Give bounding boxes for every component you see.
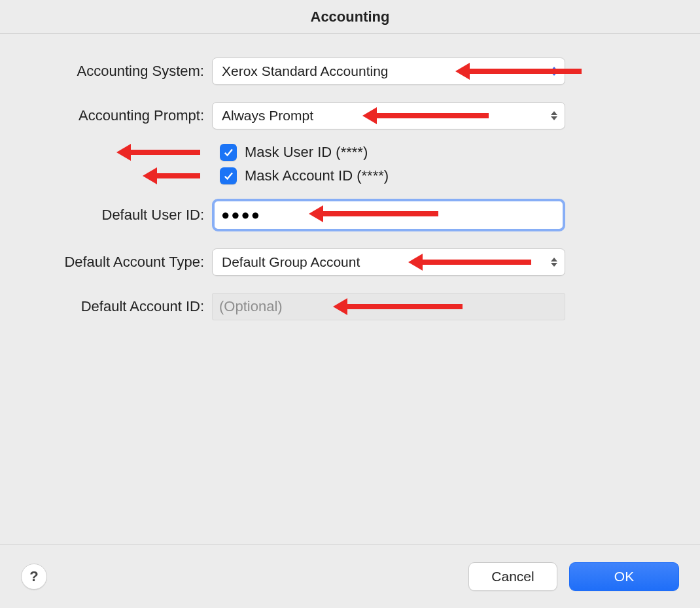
select-accounting-system[interactable]: Xerox Standard Accounting — [212, 58, 565, 85]
label-default-account-type: Default Account Type: — [21, 254, 212, 271]
row-mask-user-id: Mask User ID (****) — [220, 144, 679, 161]
row-mask-account-id: Mask Account ID (****) — [220, 167, 679, 184]
dialog-footer: ? Cancel OK — [0, 544, 700, 608]
row-default-user-id: Default User ID: — [21, 199, 679, 231]
annotation-arrow — [128, 150, 200, 155]
ok-button-label: OK — [614, 569, 634, 584]
select-accounting-prompt[interactable]: Always Prompt — [212, 102, 565, 129]
label-default-user-id: Default User ID: — [21, 207, 212, 224]
dialog-content: Accounting System: Xerox Standard Accoun… — [0, 34, 700, 320]
cancel-button[interactable]: Cancel — [468, 562, 557, 591]
row-accounting-prompt: Accounting Prompt: Always Prompt — [21, 102, 679, 129]
row-default-account-id: Default Account ID: (Optional) — [21, 293, 679, 320]
help-button[interactable]: ? — [21, 564, 47, 590]
dialog-title: Accounting — [0, 0, 700, 34]
input-default-account-id-placeholder: (Optional) — [219, 298, 283, 315]
checkbox-mask-account-id[interactable] — [220, 167, 237, 184]
label-accounting-prompt: Accounting Prompt: — [21, 107, 212, 124]
input-default-account-id[interactable]: (Optional) — [212, 293, 565, 320]
select-accounting-prompt-value: Always Prompt — [222, 108, 313, 124]
row-default-account-type: Default Account Type: Default Group Acco… — [21, 248, 679, 276]
select-default-account-type-value: Default Group Account — [222, 254, 360, 270]
checkbox-mask-user-id[interactable] — [220, 144, 237, 161]
label-mask-user-id: Mask User ID (****) — [245, 144, 368, 161]
label-accounting-system: Accounting System: — [21, 63, 212, 80]
select-accounting-system-value: Xerox Standard Accounting — [222, 63, 389, 79]
cancel-button-label: Cancel — [491, 569, 534, 584]
annotation-arrow — [154, 173, 200, 178]
dialog-title-text: Accounting — [311, 8, 390, 25]
label-mask-account-id: Mask Account ID (****) — [245, 167, 389, 184]
check-icon — [222, 146, 234, 158]
input-default-user-id-focusring — [212, 199, 565, 231]
chevron-up-down-icon — [549, 64, 559, 78]
chevron-up-down-icon — [549, 109, 559, 123]
input-default-user-id[interactable] — [217, 204, 560, 226]
row-accounting-system: Accounting System: Xerox Standard Accoun… — [21, 58, 679, 85]
select-default-account-type[interactable]: Default Group Account — [212, 248, 565, 276]
chevron-up-down-icon — [549, 255, 559, 269]
check-icon — [222, 170, 234, 182]
label-default-account-id: Default Account ID: — [21, 298, 212, 315]
help-icon: ? — [29, 568, 38, 585]
ok-button[interactable]: OK — [569, 562, 679, 591]
